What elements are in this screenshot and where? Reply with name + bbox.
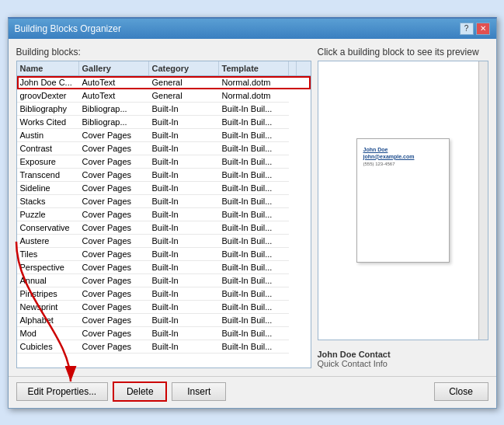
cell-name: Transcend	[17, 169, 79, 182]
cell-template: Built-In Buil...	[219, 340, 289, 354]
table-row[interactable]: StacksCover PagesBuilt-InBuilt-In Buil..…	[17, 195, 311, 208]
cell-name: Tiles	[17, 248, 79, 261]
cell-name: Contrast	[17, 142, 79, 155]
cell-gallery: Cover Pages	[79, 274, 149, 287]
cell-name: Grid	[17, 354, 79, 356]
cell-template: Built-In Buil...	[219, 248, 289, 261]
cell-template: Built-In Buil...	[219, 155, 289, 169]
cell-template: Normal.dotm	[219, 76, 289, 89]
table-row[interactable]: PerspectiveCover PagesBuilt-InBuilt-In B…	[17, 261, 311, 274]
cell-name: Mod	[17, 327, 79, 340]
cell-gallery: Cover Pages	[79, 142, 149, 155]
cell-category: Built-In	[149, 235, 219, 248]
table-row[interactable]: ContrastCover PagesBuilt-InBuilt-In Buil…	[17, 142, 311, 155]
cell-category: Built-In	[149, 116, 219, 129]
cell-name: Pinstripes	[17, 287, 79, 301]
cell-template: Built-In Buil...	[219, 129, 289, 142]
cell-name: Stacks	[17, 195, 79, 208]
cell-name: Cubicles	[17, 340, 79, 354]
action-buttons: Edit Properties... Delete Insert	[16, 381, 227, 402]
preview-caption: John Doe Contact	[318, 350, 488, 359]
cell-template: Normal.dotm	[219, 89, 289, 103]
cell-name: groovDexter	[17, 89, 79, 103]
table-row[interactable]: ModCover PagesBuilt-InBuilt-In Buil...	[17, 327, 311, 340]
cell-template: Built-In Buil...	[219, 142, 289, 155]
col-name: Name	[17, 61, 79, 75]
cell-name: Sideline	[17, 182, 79, 195]
cell-category: Built-In	[149, 340, 219, 354]
preview-info: (555) 123-4567	[363, 161, 395, 167]
table-row[interactable]: TranscendCover PagesBuilt-InBuilt-In Bui…	[17, 169, 311, 182]
table-row[interactable]: AustinCover PagesBuilt-InBuilt-In Buil..…	[17, 129, 311, 142]
table-header: Name Gallery Category Template	[17, 61, 311, 76]
table-row[interactable]: CubiclesCover PagesBuilt-InBuilt-In Buil…	[17, 340, 311, 354]
table-row[interactable]: Works CitedBibliograp...Built-InBuilt-In…	[17, 116, 311, 129]
preview-scrollbar[interactable]	[478, 61, 488, 340]
cell-category: Built-In	[149, 208, 219, 221]
table-row[interactable]: groovDexterAutoTextGeneralNormal.dotm	[17, 89, 311, 103]
delete-button[interactable]: Delete	[113, 381, 167, 402]
cell-gallery: Cover Pages	[79, 314, 149, 327]
dialog-title: Building Blocks Organizer	[15, 23, 121, 34]
table-row[interactable]: TilesCover PagesBuilt-InBuilt-In Buil...	[17, 248, 311, 261]
table-row[interactable]: AlphabetCover PagesBuilt-InBuilt-In Buil…	[17, 314, 311, 327]
cell-category: Built-In	[149, 103, 219, 116]
table-row[interactable]: PinstripesCover PagesBuilt-InBuilt-In Bu…	[17, 287, 311, 301]
cell-gallery: Cover Pages	[79, 221, 149, 235]
table-row[interactable]: AnnualCover PagesBuilt-InBuilt-In Buil..…	[17, 274, 311, 287]
table-row[interactable]: AustereCover PagesBuilt-InBuilt-In Buil.…	[17, 235, 311, 248]
cell-name: Puzzle	[17, 208, 79, 221]
cell-gallery: Cover Pages	[79, 248, 149, 261]
cell-name: Annual	[17, 274, 79, 287]
window-close-button[interactable]: ✕	[476, 23, 490, 35]
cell-category: General	[149, 76, 219, 89]
cell-gallery: Cover Pages	[79, 208, 149, 221]
cell-gallery: Bibliograp...	[79, 103, 149, 116]
cell-gallery: Bibliograp...	[79, 116, 149, 129]
help-button[interactable]: ?	[460, 23, 474, 35]
table-container: Name Gallery Category Template John Doe …	[16, 61, 311, 368]
cell-template: Built-In Buil...	[219, 182, 289, 195]
preview-label: Click a building block to see its previe…	[318, 47, 488, 57]
table-row[interactable]: PuzzleCover PagesBuilt-InBuilt-In Buil..…	[17, 208, 311, 221]
cell-template: Built-In Buil...	[219, 103, 289, 116]
cell-gallery: Cover Pages	[79, 169, 149, 182]
cell-template: Built-In Buil...	[219, 116, 289, 129]
right-panel: Click a building block to see its previe…	[318, 47, 488, 368]
table-row[interactable]: ExposureCover PagesBuilt-InBuilt-In Buil…	[17, 155, 311, 169]
cell-template: Built-In Buil...	[219, 169, 289, 182]
table-body[interactable]: John Doe C...AutoTextGeneralNormal.dotmg…	[17, 76, 311, 356]
building-blocks-label: Building blocks:	[16, 47, 311, 57]
table-row[interactable]: SidelineCover PagesBuilt-InBuilt-In Buil…	[17, 182, 311, 195]
cell-category: Built-In	[149, 169, 219, 182]
cell-name: John Doe C...	[17, 76, 79, 89]
footer-area: Edit Properties... Delete Insert Close	[9, 376, 496, 408]
cell-category: Built-In	[149, 155, 219, 169]
title-bar: Building Blocks Organizer ? ✕	[9, 19, 496, 39]
insert-button[interactable]: Insert	[172, 382, 226, 401]
edit-properties-button[interactable]: Edit Properties...	[16, 382, 109, 401]
cell-template: Built-In Buil...	[219, 274, 289, 287]
table-row[interactable]: NewsprintCover PagesBuilt-InBuilt-In Bui…	[17, 301, 311, 314]
cell-gallery: Cover Pages	[79, 182, 149, 195]
table-row[interactable]: GridCover PagesBuilt-InBuilt-In Buil...	[17, 354, 311, 356]
left-panel: Building blocks: Name Gallery Category T…	[16, 47, 311, 368]
cell-gallery: Cover Pages	[79, 235, 149, 248]
cell-category: Built-In	[149, 327, 219, 340]
table-row[interactable]: BibliographyBibliograp...Built-InBuilt-I…	[17, 103, 311, 116]
col-scroll-spacer	[289, 61, 297, 75]
cell-category: Built-In	[149, 195, 219, 208]
table-row[interactable]: John Doe C...AutoTextGeneralNormal.dotm	[17, 76, 311, 89]
cell-gallery: Cover Pages	[79, 155, 149, 169]
building-blocks-dialog: Building Blocks Organizer ? ✕ Building b…	[8, 17, 497, 409]
cell-gallery: Cover Pages	[79, 301, 149, 314]
cell-template: Built-In Buil...	[219, 195, 289, 208]
close-button[interactable]: Close	[434, 382, 488, 401]
cell-category: General	[149, 89, 219, 103]
cell-template: Built-In Buil...	[219, 327, 289, 340]
cell-name: Alphabet	[17, 314, 79, 327]
table-row[interactable]: ConservativeCover PagesBuilt-InBuilt-In …	[17, 221, 311, 235]
title-bar-buttons: ? ✕	[460, 23, 490, 35]
col-gallery: Gallery	[79, 61, 149, 75]
cell-category: Built-In	[149, 248, 219, 261]
